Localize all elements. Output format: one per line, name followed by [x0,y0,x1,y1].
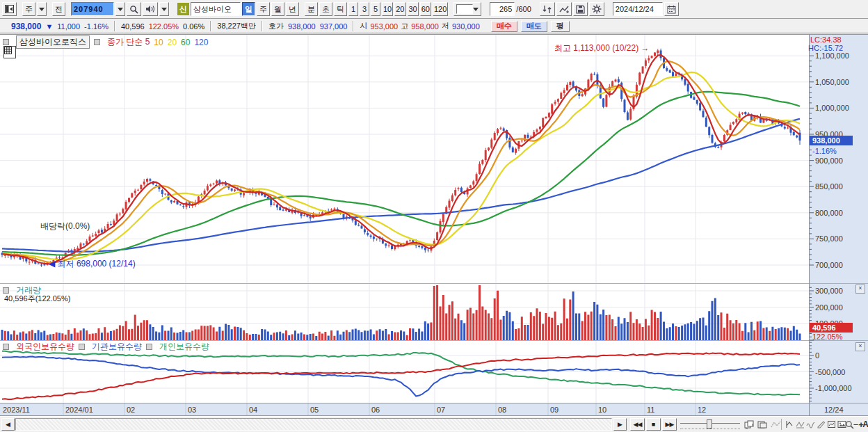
ex-dividend-annotation: 배당락(0.0%) [40,221,90,232]
interval-30[interactable]: 30 [408,2,419,16]
chart-area[interactable]: 1,100,0001,050,0001,000,000950,000900,00… [0,34,868,416]
window-icon-button[interactable] [2,2,17,16]
ownership-panel-close-button[interactable]: × [855,342,865,351]
save-button[interactable] [573,2,588,16]
bottom-toolbar: ◀ ▶ ◀◀ ■ ▶▶ [0,416,868,432]
legend-toggle-icon[interactable] [3,344,9,350]
interval-60[interactable]: 60 [420,2,431,16]
down-arrow-icon: ▼ [45,22,53,31]
candlestick-chart[interactable]: 1,100,0001,050,0001,000,000950,000900,00… [0,34,868,416]
volume-rate: 122.05% [149,22,179,31]
svg-text:06: 06 [371,406,380,414]
svg-text:12: 12 [698,406,706,414]
chart-style-icon [827,420,836,429]
stock-code-input[interactable]: 207940 [71,2,114,16]
foreign-holdings-label: 외국인보유수량 [16,341,74,353]
stop-button[interactable]: ■ [646,418,661,431]
date-field[interactable]: 2024/12/24 [613,2,663,16]
zigzag-tool-button[interactable] [769,419,782,430]
scroll-right-button[interactable]: ▶ [613,418,627,431]
main-chart-legend: 삼성바이오로직스 종가 단순 5 10 20 60 120 [3,35,208,49]
svg-text:750,000: 750,000 [815,234,843,243]
tab-monthly[interactable]: 월 [271,2,284,16]
interval-1[interactable]: 1 [348,2,358,16]
code-dropdown[interactable] [115,2,125,16]
sound-dropdown[interactable] [159,2,169,16]
horizontal-scrollbar[interactable] [15,418,612,431]
individual-holdings-label: 개인보유수량 [159,341,209,353]
prev-stock-button[interactable]: 전 [52,2,65,16]
volume-panel-close-button[interactable]: × [855,285,865,294]
legend-toggle-icon[interactable] [3,287,9,294]
calendar-icon [667,5,676,14]
tab-weekly[interactable]: 주 [257,2,270,16]
interval-20[interactable]: 20 [394,2,405,16]
legend-toggle-icon[interactable] [3,39,9,45]
ownership-legend: 외국인보유수량 기관보유수량 개인보유수량 [3,341,209,353]
cascade-windows-button[interactable] [743,419,755,430]
search-button[interactable] [127,2,141,16]
svg-text:850,000: 850,000 [815,182,843,191]
rewind-button[interactable]: ◀◀ [630,418,645,431]
ask-price: 938,000 [288,22,316,31]
svg-text:0: 0 [815,351,819,360]
legend-toggle-icon[interactable] [146,344,152,350]
price-change-pct: -1.16% [84,22,108,31]
data-grid-button[interactable] [3,46,16,58]
tab-yearly[interactable]: 년 [286,2,299,16]
tab-tick[interactable]: 틱 [334,2,347,16]
ma-60-label: 60 [181,38,190,47]
wave-tool-icon [806,420,815,429]
svg-text:08: 08 [498,406,506,414]
buy-button[interactable]: 매수 [491,21,517,32]
axis-tool-icon [785,420,794,429]
overlap-windows-button[interactable] [756,419,769,430]
bar-count-input[interactable]: 265 [490,2,515,16]
font-button[interactable]: A [862,419,868,430]
avg-button[interactable]: 평 [551,21,570,32]
chart-group-button[interactable]: 주 [22,2,35,16]
high-label: 고 [401,21,408,31]
legend-toggle-icon[interactable] [94,39,100,45]
stock-name-field[interactable]: 삼성바이오 [191,2,241,16]
interval-5[interactable]: 5 [371,2,380,16]
interval-120[interactable]: 120 [433,2,448,16]
scroll-left-button[interactable]: ◀ [1,418,15,431]
low-price: 930,000 [452,22,480,31]
svg-text:03: 03 [188,406,196,414]
divider [781,419,782,430]
interval-combo[interactable] [453,2,481,16]
interval-3[interactable]: 3 [360,2,369,16]
trendline-button[interactable] [556,2,572,16]
svg-text:02: 02 [127,406,135,414]
compare-icon [542,5,552,14]
compare-button[interactable] [540,2,555,16]
quote-label: 호가 [268,21,284,31]
chart-group-dropdown[interactable] [37,2,47,16]
high-annotation: 최고 1,113,000 (10/22) → [554,42,650,54]
overlap-icon [757,420,767,429]
speed-slider[interactable] [680,419,740,429]
svg-text:-1.16%: -1.16% [812,147,837,155]
fast-forward-button[interactable]: ▶▶ [662,418,677,431]
chart-bg [0,34,868,416]
svg-text:2024/01: 2024/01 [65,406,93,414]
institution-holdings-label: 기관보유수량 [92,341,142,353]
svg-text:300,000: 300,000 [815,287,843,295]
grid-icon [4,47,12,54]
interval-10[interactable]: 10 [382,2,393,16]
new-listing-badge: 신 [177,3,189,15]
settings-button[interactable] [589,2,604,16]
calendar-button[interactable] [664,2,679,16]
tab-second[interactable]: 초 [319,2,332,16]
ma-120-label: 120 [194,38,208,47]
legend-toggle-icon[interactable] [79,344,85,350]
sell-button[interactable]: 매도 [521,21,547,32]
tab-minute[interactable]: 분 [305,2,318,16]
svg-text:07: 07 [437,406,445,414]
open-price: 953,000 [370,22,398,31]
open-label: 시 [360,21,367,31]
low-annotation: ◀ 최저 698,000 (12/14) [49,258,136,270]
tab-daily[interactable]: 일 [242,2,255,16]
sound-button[interactable] [143,2,158,16]
